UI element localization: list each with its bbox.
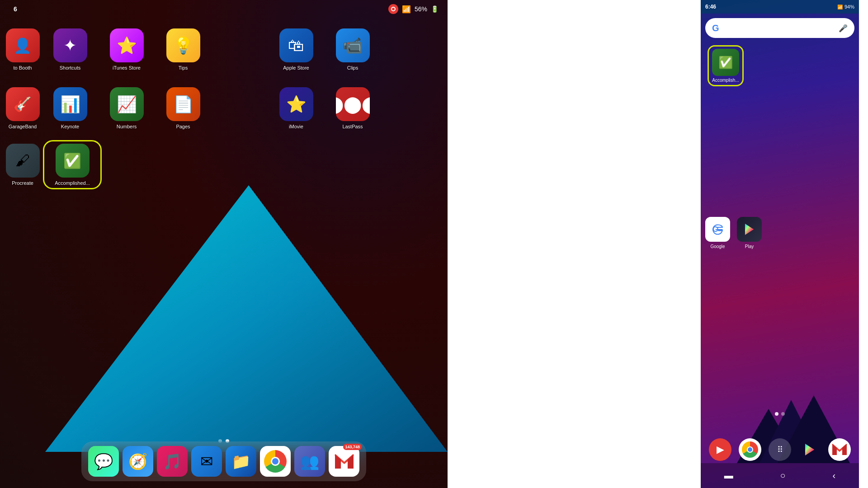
numbers-label: Numbers xyxy=(117,124,137,129)
pages-label: Pages xyxy=(176,124,190,129)
android-accomplished-app[interactable]: ✅ Accomplish... xyxy=(708,45,744,86)
app-row-2: 🎸 GarageBand 📊 Keynote 📈 Numbers 📄 Pages xyxy=(0,84,448,129)
app-item-tips[interactable]: 💡 Tips xyxy=(156,25,210,70)
chrome-ring xyxy=(742,441,758,458)
teal-decorative-shape xyxy=(0,181,448,452)
app-item-itunes[interactable]: ⭐ iTunes Store xyxy=(99,25,154,70)
app-item-accomplished[interactable]: ✅ Accomplished... xyxy=(43,140,102,189)
svg-marker-8 xyxy=(745,224,754,235)
dock-item-files[interactable]: 📁 xyxy=(226,446,256,477)
android-back-button[interactable]: ▬ xyxy=(724,470,733,481)
chrome-center xyxy=(747,446,753,453)
android-home-button[interactable]: ○ xyxy=(780,470,786,481)
android-dock-gmail[interactable] xyxy=(828,438,851,461)
android-dock-play[interactable] xyxy=(798,438,821,461)
android-dock-apps[interactable]: ⠿ xyxy=(769,438,791,461)
android-dot-2[interactable] xyxy=(781,412,785,416)
app-item-photo-booth[interactable]: 👤 to Booth xyxy=(5,25,41,70)
microphone-icon[interactable]: 🎤 xyxy=(839,24,848,33)
tips-icon: 💡 xyxy=(166,28,200,62)
files-dock-icon: 📁 xyxy=(226,446,256,477)
android-dock-chrome[interactable] xyxy=(739,438,761,461)
dock-item-teams[interactable]: 👥 xyxy=(294,446,325,477)
svg-marker-0 xyxy=(45,185,448,452)
lastpass-icon: ⬤⬤⬤ xyxy=(336,87,370,121)
apple-store-label: Apple Store xyxy=(283,65,309,70)
android-recent-button[interactable]: ‹ xyxy=(832,470,835,481)
gmail-badge: 143,748 xyxy=(343,444,362,450)
imovie-label: iMovie xyxy=(289,124,303,129)
procreate-label: Procreate xyxy=(12,180,33,186)
android-signal-icon: 📶 xyxy=(837,5,843,9)
battery-percent: 56% xyxy=(415,5,427,13)
app-row-1: 👤 to Booth ✦ Shortcuts ⭐ iTunes Store 💡 … xyxy=(0,25,448,70)
android-app-play[interactable]: Play xyxy=(737,217,762,249)
garageband-label: GarageBand xyxy=(9,124,37,129)
play-app-label: Play xyxy=(745,244,754,249)
record-indicator xyxy=(391,7,396,11)
svg-text:G: G xyxy=(712,225,718,233)
keynote-label: Keynote xyxy=(61,124,79,129)
record-button[interactable] xyxy=(388,4,398,14)
dock-item-music[interactable]: 🎵 xyxy=(157,446,188,477)
messages-dock-icon: 💬 xyxy=(88,446,119,477)
gmail-dock-icon xyxy=(329,446,359,477)
ipad-time: 6 xyxy=(14,5,17,13)
android-page-dots xyxy=(775,412,785,416)
imovie-icon: ⭐ xyxy=(279,87,313,121)
svg-marker-9 xyxy=(805,444,814,455)
android-accomplished-label: Accomplish... xyxy=(712,78,739,83)
ipad-screen: 6 📶 56% 🔋 👤 to Booth ✦ Shortcuts xyxy=(0,0,448,488)
shortcuts-icon: ✦ xyxy=(53,28,87,62)
dock-item-mail[interactable]: ✉ xyxy=(191,446,222,477)
lastpass-label: LastPass xyxy=(342,124,363,129)
chrome-dock-icon xyxy=(260,446,291,477)
app-item-lastpass[interactable]: ⬤⬤⬤ LastPass xyxy=(326,84,380,129)
itunes-icon: ⭐ xyxy=(110,28,144,62)
keynote-icon: 📊 xyxy=(53,87,87,121)
photo-booth-icon: 👤 xyxy=(6,28,40,62)
ipad-dock: 💬 🧭 🎵 ✉ 📁 xyxy=(81,441,366,481)
app-item-shortcuts[interactable]: ✦ Shortcuts xyxy=(43,25,97,70)
dock-item-chrome[interactable] xyxy=(260,446,291,477)
android-status-icons: 📶 94% xyxy=(837,4,854,9)
shortcuts-label: Shortcuts xyxy=(60,65,80,70)
accomplished-label: Accomplished... xyxy=(55,180,90,186)
android-dock: ▶ ⠿ xyxy=(705,438,854,461)
android-status-bar: 6:46 📶 94% xyxy=(701,0,859,14)
dock-item-messages[interactable]: 💬 xyxy=(88,446,119,477)
android-time: 6:46 xyxy=(705,4,716,10)
dock-item-safari[interactable]: 🧭 xyxy=(123,446,153,477)
android-nav-bar: ▬ ○ ‹ xyxy=(701,463,859,488)
app-item-procreate[interactable]: 🖌 Procreate xyxy=(5,140,41,186)
app-item-garageband[interactable]: 🎸 GarageBand xyxy=(5,84,41,129)
app-item-keynote[interactable]: 📊 Keynote xyxy=(43,84,97,129)
app-item-apple-store[interactable]: 🛍 Apple Store xyxy=(269,25,323,70)
android-accomplished-icon: ✅ xyxy=(712,49,739,76)
android-dot-1[interactable] xyxy=(775,412,778,416)
app-item-pages[interactable]: 📄 Pages xyxy=(156,84,210,129)
procreate-icon: 🖌 xyxy=(6,144,40,178)
clips-icon: 📹 xyxy=(336,28,370,62)
clips-label: Clips xyxy=(347,65,358,70)
app-item-numbers[interactable]: 📈 Numbers xyxy=(99,84,154,129)
mail-dock-icon: ✉ xyxy=(191,446,222,477)
status-icons: 📶 56% 🔋 xyxy=(388,4,439,14)
play-app-icon xyxy=(737,217,762,242)
android-apps-row: G Google xyxy=(705,217,854,249)
android-app-google[interactable]: G Google xyxy=(705,217,730,249)
numbers-icon: 📈 xyxy=(110,87,144,121)
ipad-status-bar: 6 📶 56% 🔋 xyxy=(0,0,448,18)
dock-item-gmail[interactable]: 143,748 xyxy=(329,446,359,477)
android-dock-youtube[interactable]: ▶ xyxy=(709,438,731,461)
app-item-imovie[interactable]: ⭐ iMovie xyxy=(269,84,323,129)
app-row-3: 🖌 Procreate ✅ Accomplished... xyxy=(0,140,448,189)
accomplished-icon: ✅ xyxy=(56,144,90,178)
google-app-label: Google xyxy=(710,244,725,249)
teams-dock-icon: 👥 xyxy=(294,446,325,477)
app-item-clips[interactable]: 📹 Clips xyxy=(326,25,380,70)
google-search-bar[interactable]: G 🎤 xyxy=(705,18,854,38)
google-app-icon: G xyxy=(705,217,730,242)
photo-booth-label: to Booth xyxy=(14,65,32,70)
wifi-icon: 📶 xyxy=(402,5,411,14)
